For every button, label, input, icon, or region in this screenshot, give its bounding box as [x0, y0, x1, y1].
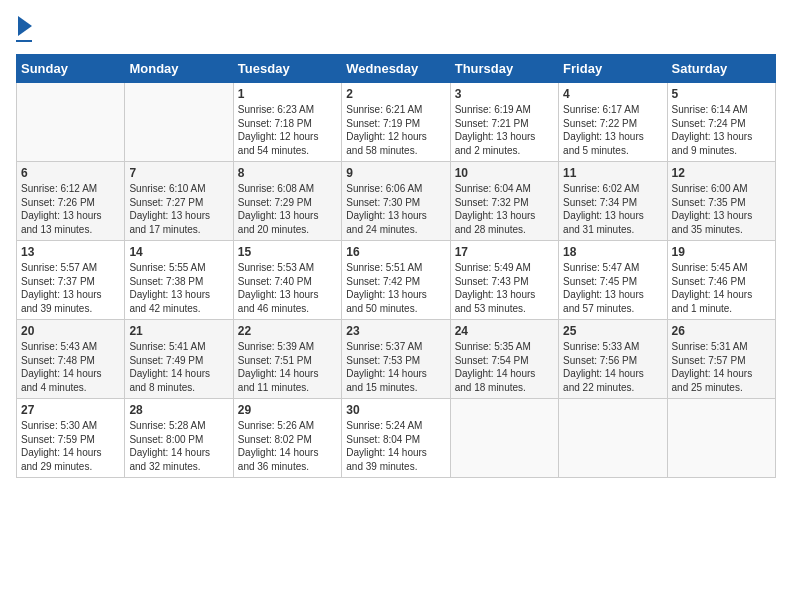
calendar-day-cell: 4Sunrise: 6:17 AM Sunset: 7:22 PM Daylig…	[559, 83, 667, 162]
day-content: Sunrise: 6:00 AM Sunset: 7:35 PM Dayligh…	[672, 182, 771, 236]
day-content: Sunrise: 5:53 AM Sunset: 7:40 PM Dayligh…	[238, 261, 337, 315]
weekday-header: Saturday	[667, 55, 775, 83]
logo-underline	[16, 40, 32, 42]
day-number: 8	[238, 166, 337, 180]
calendar-day-cell: 28Sunrise: 5:28 AM Sunset: 8:00 PM Dayli…	[125, 399, 233, 478]
day-number: 20	[21, 324, 120, 338]
calendar-day-cell: 1Sunrise: 6:23 AM Sunset: 7:18 PM Daylig…	[233, 83, 341, 162]
calendar-day-cell: 3Sunrise: 6:19 AM Sunset: 7:21 PM Daylig…	[450, 83, 558, 162]
calendar-day-cell: 6Sunrise: 6:12 AM Sunset: 7:26 PM Daylig…	[17, 162, 125, 241]
day-number: 11	[563, 166, 662, 180]
calendar-day-cell: 14Sunrise: 5:55 AM Sunset: 7:38 PM Dayli…	[125, 241, 233, 320]
day-number: 29	[238, 403, 337, 417]
calendar-day-cell: 17Sunrise: 5:49 AM Sunset: 7:43 PM Dayli…	[450, 241, 558, 320]
day-content: Sunrise: 6:04 AM Sunset: 7:32 PM Dayligh…	[455, 182, 554, 236]
header	[16, 16, 776, 42]
empty-cell	[17, 83, 125, 162]
day-number: 5	[672, 87, 771, 101]
day-content: Sunrise: 5:30 AM Sunset: 7:59 PM Dayligh…	[21, 419, 120, 473]
empty-cell	[667, 399, 775, 478]
empty-cell	[125, 83, 233, 162]
calendar-day-cell: 10Sunrise: 6:04 AM Sunset: 7:32 PM Dayli…	[450, 162, 558, 241]
calendar-day-cell: 22Sunrise: 5:39 AM Sunset: 7:51 PM Dayli…	[233, 320, 341, 399]
day-content: Sunrise: 6:10 AM Sunset: 7:27 PM Dayligh…	[129, 182, 228, 236]
day-number: 2	[346, 87, 445, 101]
weekday-header: Monday	[125, 55, 233, 83]
day-content: Sunrise: 6:08 AM Sunset: 7:29 PM Dayligh…	[238, 182, 337, 236]
calendar-day-cell: 2Sunrise: 6:21 AM Sunset: 7:19 PM Daylig…	[342, 83, 450, 162]
day-number: 7	[129, 166, 228, 180]
day-content: Sunrise: 5:31 AM Sunset: 7:57 PM Dayligh…	[672, 340, 771, 394]
day-content: Sunrise: 6:06 AM Sunset: 7:30 PM Dayligh…	[346, 182, 445, 236]
day-number: 4	[563, 87, 662, 101]
calendar-day-cell: 21Sunrise: 5:41 AM Sunset: 7:49 PM Dayli…	[125, 320, 233, 399]
day-content: Sunrise: 5:37 AM Sunset: 7:53 PM Dayligh…	[346, 340, 445, 394]
calendar-day-cell: 12Sunrise: 6:00 AM Sunset: 7:35 PM Dayli…	[667, 162, 775, 241]
day-number: 27	[21, 403, 120, 417]
day-content: Sunrise: 5:35 AM Sunset: 7:54 PM Dayligh…	[455, 340, 554, 394]
calendar-day-cell: 27Sunrise: 5:30 AM Sunset: 7:59 PM Dayli…	[17, 399, 125, 478]
day-content: Sunrise: 5:41 AM Sunset: 7:49 PM Dayligh…	[129, 340, 228, 394]
weekday-header: Sunday	[17, 55, 125, 83]
calendar-day-cell: 15Sunrise: 5:53 AM Sunset: 7:40 PM Dayli…	[233, 241, 341, 320]
weekday-header: Friday	[559, 55, 667, 83]
day-content: Sunrise: 6:19 AM Sunset: 7:21 PM Dayligh…	[455, 103, 554, 157]
day-content: Sunrise: 5:33 AM Sunset: 7:56 PM Dayligh…	[563, 340, 662, 394]
day-number: 25	[563, 324, 662, 338]
day-number: 12	[672, 166, 771, 180]
calendar-day-cell: 13Sunrise: 5:57 AM Sunset: 7:37 PM Dayli…	[17, 241, 125, 320]
day-number: 19	[672, 245, 771, 259]
calendar-day-cell: 20Sunrise: 5:43 AM Sunset: 7:48 PM Dayli…	[17, 320, 125, 399]
day-number: 14	[129, 245, 228, 259]
calendar-day-cell: 25Sunrise: 5:33 AM Sunset: 7:56 PM Dayli…	[559, 320, 667, 399]
logo	[16, 16, 32, 42]
day-number: 22	[238, 324, 337, 338]
calendar-day-cell: 9Sunrise: 6:06 AM Sunset: 7:30 PM Daylig…	[342, 162, 450, 241]
day-content: Sunrise: 5:43 AM Sunset: 7:48 PM Dayligh…	[21, 340, 120, 394]
day-content: Sunrise: 5:39 AM Sunset: 7:51 PM Dayligh…	[238, 340, 337, 394]
day-content: Sunrise: 6:14 AM Sunset: 7:24 PM Dayligh…	[672, 103, 771, 157]
day-number: 15	[238, 245, 337, 259]
day-number: 9	[346, 166, 445, 180]
calendar-day-cell: 19Sunrise: 5:45 AM Sunset: 7:46 PM Dayli…	[667, 241, 775, 320]
day-number: 16	[346, 245, 445, 259]
day-content: Sunrise: 5:57 AM Sunset: 7:37 PM Dayligh…	[21, 261, 120, 315]
weekday-header: Thursday	[450, 55, 558, 83]
day-number: 30	[346, 403, 445, 417]
day-content: Sunrise: 6:23 AM Sunset: 7:18 PM Dayligh…	[238, 103, 337, 157]
day-content: Sunrise: 5:47 AM Sunset: 7:45 PM Dayligh…	[563, 261, 662, 315]
day-content: Sunrise: 5:49 AM Sunset: 7:43 PM Dayligh…	[455, 261, 554, 315]
calendar-day-cell: 11Sunrise: 6:02 AM Sunset: 7:34 PM Dayli…	[559, 162, 667, 241]
day-content: Sunrise: 5:51 AM Sunset: 7:42 PM Dayligh…	[346, 261, 445, 315]
logo-arrow-icon	[18, 16, 32, 36]
day-content: Sunrise: 5:55 AM Sunset: 7:38 PM Dayligh…	[129, 261, 228, 315]
calendar-day-cell: 29Sunrise: 5:26 AM Sunset: 8:02 PM Dayli…	[233, 399, 341, 478]
empty-cell	[450, 399, 558, 478]
day-number: 13	[21, 245, 120, 259]
day-number: 26	[672, 324, 771, 338]
weekday-header: Tuesday	[233, 55, 341, 83]
day-number: 6	[21, 166, 120, 180]
calendar-table: SundayMondayTuesdayWednesdayThursdayFrid…	[16, 54, 776, 478]
day-content: Sunrise: 5:28 AM Sunset: 8:00 PM Dayligh…	[129, 419, 228, 473]
day-content: Sunrise: 6:21 AM Sunset: 7:19 PM Dayligh…	[346, 103, 445, 157]
calendar-day-cell: 26Sunrise: 5:31 AM Sunset: 7:57 PM Dayli…	[667, 320, 775, 399]
day-content: Sunrise: 5:26 AM Sunset: 8:02 PM Dayligh…	[238, 419, 337, 473]
calendar-day-cell: 7Sunrise: 6:10 AM Sunset: 7:27 PM Daylig…	[125, 162, 233, 241]
day-number: 3	[455, 87, 554, 101]
day-number: 24	[455, 324, 554, 338]
day-number: 18	[563, 245, 662, 259]
calendar-day-cell: 5Sunrise: 6:14 AM Sunset: 7:24 PM Daylig…	[667, 83, 775, 162]
day-number: 23	[346, 324, 445, 338]
day-number: 1	[238, 87, 337, 101]
calendar-day-cell: 23Sunrise: 5:37 AM Sunset: 7:53 PM Dayli…	[342, 320, 450, 399]
day-content: Sunrise: 6:12 AM Sunset: 7:26 PM Dayligh…	[21, 182, 120, 236]
day-content: Sunrise: 6:17 AM Sunset: 7:22 PM Dayligh…	[563, 103, 662, 157]
day-number: 10	[455, 166, 554, 180]
day-number: 17	[455, 245, 554, 259]
day-number: 28	[129, 403, 228, 417]
day-content: Sunrise: 5:45 AM Sunset: 7:46 PM Dayligh…	[672, 261, 771, 315]
day-content: Sunrise: 5:24 AM Sunset: 8:04 PM Dayligh…	[346, 419, 445, 473]
calendar-day-cell: 24Sunrise: 5:35 AM Sunset: 7:54 PM Dayli…	[450, 320, 558, 399]
calendar-day-cell: 18Sunrise: 5:47 AM Sunset: 7:45 PM Dayli…	[559, 241, 667, 320]
